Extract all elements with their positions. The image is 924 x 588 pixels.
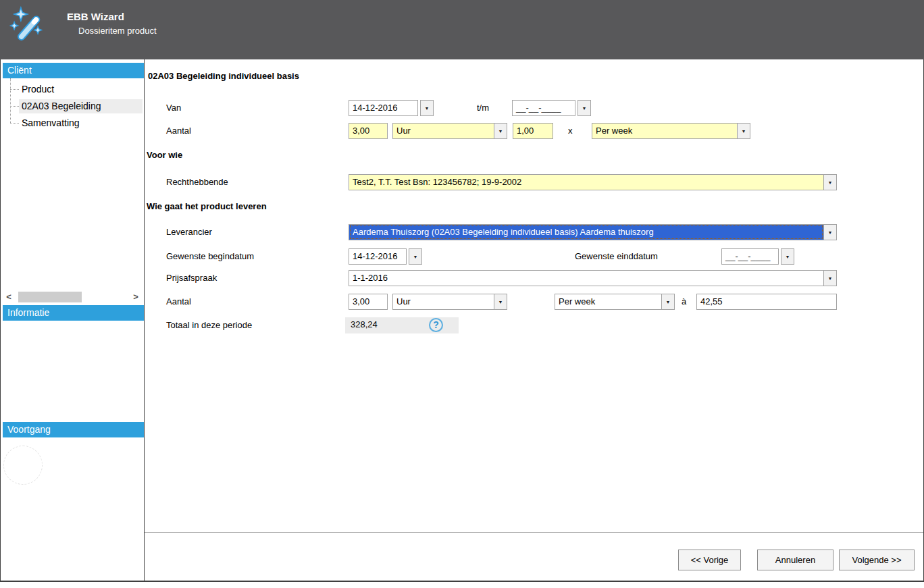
aantal-label: Aantal bbox=[166, 126, 191, 136]
aantal-input[interactable]: 3,00 bbox=[349, 123, 388, 139]
wizard-title: EBB Wizard bbox=[67, 11, 124, 22]
help-icon[interactable]: ? bbox=[429, 318, 443, 332]
dropdown-arrow-icon[interactable]: ▼ bbox=[661, 294, 674, 309]
rechthebbende-select[interactable]: Test2, T.T. Test Bsn: 123456782; 19-9-20… bbox=[349, 174, 837, 190]
frequency-value: Per week bbox=[592, 124, 737, 138]
scroll-right-icon[interactable]: > bbox=[130, 290, 141, 304]
prijsafspraak-value: 1-1-2016 bbox=[349, 271, 823, 286]
cancel-button[interactable]: Annuleren bbox=[757, 550, 833, 570]
van-date-picker[interactable]: 14-12-2016 ▼ bbox=[349, 100, 434, 116]
prijsafspraak-label: Prijsafspraak bbox=[166, 273, 217, 283]
rechthebbende-value: Test2, T.T. Test Bsn: 123456782; 19-9-20… bbox=[349, 175, 823, 190]
section-title-product: 02A03 Begeleiding individueel basis bbox=[148, 71, 299, 81]
begindatum-value[interactable]: 14-12-2016 bbox=[349, 248, 407, 265]
unit2-value: Uur bbox=[393, 294, 494, 309]
leverancier-label: Leverancier bbox=[166, 227, 212, 237]
leverancier-value: Aardema Thuiszorg (02A03 Begeleiding ind… bbox=[349, 225, 823, 240]
scrollbar-thumb[interactable] bbox=[18, 292, 82, 302]
unit-select[interactable]: Uur ▼ bbox=[392, 123, 507, 139]
next-button[interactable]: Volgende >> bbox=[839, 550, 915, 570]
begindatum-date-picker[interactable]: 14-12-2016 ▼ bbox=[349, 248, 422, 265]
tree-connector-stub bbox=[10, 106, 19, 107]
einddatum-date-picker[interactable]: __-__-____ ▼ bbox=[721, 248, 794, 265]
unit2-select[interactable]: Uur ▼ bbox=[392, 294, 507, 310]
dropdown-arrow-icon[interactable]: ▼ bbox=[823, 271, 836, 286]
dropdown-arrow-icon[interactable]: ▼ bbox=[781, 248, 794, 265]
dropdown-arrow-icon[interactable]: ▼ bbox=[737, 124, 750, 138]
sidebar-section-client[interactable]: Cliënt bbox=[3, 63, 144, 78]
scroll-left-icon[interactable]: < bbox=[3, 290, 14, 304]
factor-input[interactable]: 1,00 bbox=[513, 123, 553, 139]
totaal-label: Totaal in deze periode bbox=[166, 320, 252, 330]
unit-value: Uur bbox=[393, 124, 494, 138]
wizard-body: Cliënt Product 02A03 Begeleiding Samenva… bbox=[0, 59, 924, 582]
prijsafspraak-select[interactable]: 1-1-2016 ▼ bbox=[349, 270, 837, 286]
tree-connector-line bbox=[10, 78, 11, 123]
sidebar-h-scrollbar[interactable]: < > bbox=[2, 290, 143, 304]
dropdown-arrow-icon[interactable]: ▼ bbox=[494, 294, 507, 309]
footer-separator bbox=[145, 532, 923, 533]
wizard-header: EBB Wizard Dossieritem product bbox=[0, 0, 924, 59]
van-label: Van bbox=[166, 103, 181, 113]
aantal2-input[interactable]: 3,00 bbox=[349, 294, 388, 310]
dropdown-arrow-icon[interactable]: ▼ bbox=[420, 100, 434, 116]
tm-label: t/m bbox=[477, 103, 489, 113]
a-label: à bbox=[682, 296, 686, 306]
rechthebbende-label: Rechthebbende bbox=[166, 177, 228, 187]
sidebar-section-informatie[interactable]: Informatie bbox=[3, 305, 144, 321]
sidebar-item-02a03-begeleiding[interactable]: 02A03 Begeleiding bbox=[19, 99, 143, 113]
tm-date-picker[interactable]: __-__-____ ▼ bbox=[512, 100, 591, 116]
dropdown-arrow-icon[interactable]: ▼ bbox=[823, 175, 836, 190]
wizard-subtitle: Dossieritem product bbox=[78, 26, 157, 36]
price-input[interactable]: 42,55 bbox=[696, 294, 837, 310]
previous-button[interactable]: << Vorige bbox=[678, 550, 741, 570]
frequency2-value: Per week bbox=[555, 294, 661, 309]
frequency2-select[interactable]: Per week ▼ bbox=[555, 294, 675, 310]
van-date-value[interactable]: 14-12-2016 bbox=[349, 100, 418, 116]
magic-wand-icon bbox=[9, 5, 44, 43]
aantal2-label: Aantal bbox=[166, 296, 191, 306]
tree-connector-stub bbox=[10, 89, 19, 90]
dropdown-arrow-icon[interactable]: ▼ bbox=[823, 225, 836, 240]
einddatum-label: Gewenste einddatum bbox=[575, 251, 658, 261]
frequency-select[interactable]: Per week ▼ bbox=[592, 123, 750, 139]
tree-connector-stub bbox=[10, 123, 19, 124]
section-title-leveren: Wie gaat het product leveren bbox=[147, 201, 267, 211]
begindatum-label: Gewenste begindatum bbox=[166, 251, 254, 261]
dropdown-arrow-icon[interactable]: ▼ bbox=[494, 124, 507, 138]
sidebar-item-product[interactable]: Product bbox=[19, 82, 57, 97]
times-label: x bbox=[568, 126, 573, 136]
leverancier-select[interactable]: Aardema Thuiszorg (02A03 Begeleiding ind… bbox=[349, 224, 837, 240]
sidebar-divider bbox=[144, 59, 145, 581]
dropdown-arrow-icon[interactable]: ▼ bbox=[409, 248, 422, 265]
section-title-voorwie: Voor wie bbox=[147, 150, 182, 160]
tm-date-value[interactable]: __-__-____ bbox=[512, 100, 575, 116]
sidebar-section-voortgang[interactable]: Voortgang bbox=[3, 422, 144, 437]
dropdown-arrow-icon[interactable]: ▼ bbox=[578, 100, 591, 116]
progress-ghost-icon bbox=[3, 446, 43, 485]
einddatum-value[interactable]: __-__-____ bbox=[721, 248, 779, 265]
sidebar-item-samenvatting[interactable]: Samenvatting bbox=[19, 116, 82, 130]
